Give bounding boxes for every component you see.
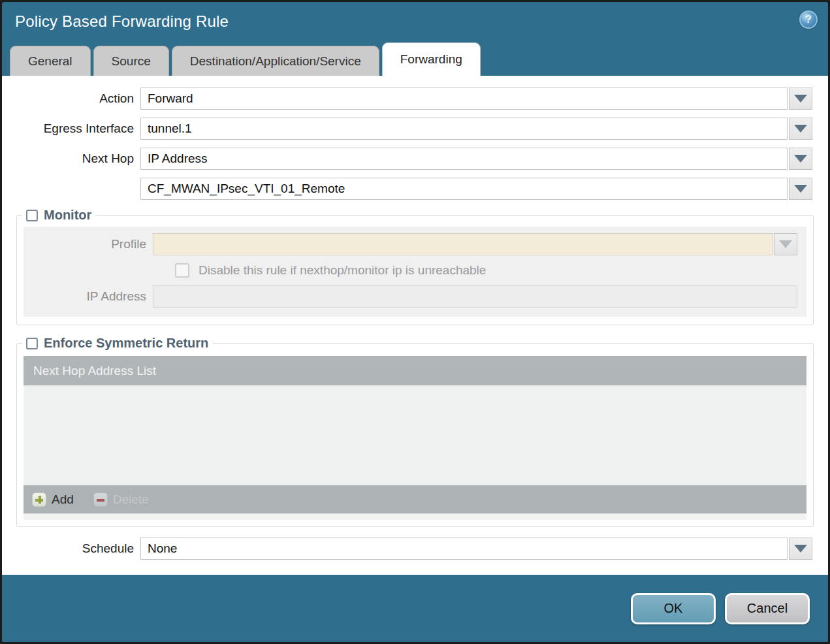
schedule-input[interactable] — [140, 538, 788, 560]
profile-dropdown-button — [774, 233, 797, 255]
action-row: Action — [2, 88, 812, 110]
table-scrollbar[interactable] — [24, 513, 806, 520]
plus-icon — [32, 492, 46, 507]
next-hop-address-dropdown-button[interactable] — [789, 178, 812, 200]
tab-forwarding[interactable]: Forwarding — [382, 42, 481, 76]
tab-bar: General Source Destination/Application/S… — [2, 41, 828, 76]
symmetric-return-legend: Enforce Symmetric Return — [44, 336, 208, 351]
monitor-legend: Monitor — [44, 208, 91, 223]
chevron-down-icon — [794, 155, 807, 163]
monitor-ip-address-row: IP Address — [24, 285, 797, 308]
monitor-ip-address-input — [153, 285, 797, 308]
dialog-footer: OK Cancel — [2, 575, 828, 642]
delete-button: Delete — [93, 492, 149, 507]
table-toolbar: Add Delete — [24, 485, 806, 513]
next-hop-dropdown-button[interactable] — [789, 148, 812, 170]
next-hop-address-input[interactable] — [140, 178, 788, 200]
cancel-button[interactable]: Cancel — [725, 593, 810, 624]
egress-interface-input[interactable] — [140, 118, 788, 140]
enforce-symmetric-return-checkbox[interactable] — [26, 338, 38, 349]
profile-row: Profile — [24, 233, 797, 255]
next-hop-label: Next Hop — [2, 152, 140, 166]
tab-source[interactable]: Source — [93, 46, 169, 76]
monitor-checkbox[interactable] — [26, 210, 38, 221]
chevron-down-icon — [794, 185, 807, 193]
pbf-rule-dialog: Policy Based Forwarding Rule ? General S… — [0, 0, 830, 644]
next-hop-row: Next Hop — [2, 148, 812, 170]
title-bar: Policy Based Forwarding Rule ? — [2, 2, 828, 41]
add-button[interactable]: Add — [32, 492, 74, 507]
ok-button[interactable]: OK — [631, 593, 716, 624]
next-hop-address-list-body — [24, 387, 806, 485]
forwarding-tab-panel: Action Egress Interface Next Hop — [2, 76, 828, 575]
chevron-down-icon — [779, 240, 792, 248]
chevron-down-icon — [794, 95, 807, 103]
disable-rule-label: Disable this rule if nexthop/monitor ip … — [199, 263, 486, 278]
page-title: Policy Based Forwarding Rule — [15, 12, 229, 31]
next-hop-address-list-header: Next Hop Address List — [24, 356, 806, 387]
tab-destination-application-service[interactable]: Destination/Application/Service — [172, 46, 379, 76]
chevron-down-icon — [794, 125, 807, 133]
egress-interface-label: Egress Interface — [2, 121, 140, 136]
chevron-down-icon — [794, 545, 807, 553]
tab-general[interactable]: General — [10, 46, 91, 76]
schedule-label: Schedule — [2, 541, 140, 556]
egress-interface-row: Egress Interface — [2, 118, 812, 140]
egress-interface-dropdown-button[interactable] — [789, 118, 812, 140]
action-label: Action — [2, 91, 140, 106]
disable-rule-row: Disable this rule if nexthop/monitor ip … — [175, 263, 806, 278]
monitor-fieldset: Monitor Profile Disable this rule if nex… — [16, 208, 814, 325]
minus-icon — [93, 492, 108, 507]
profile-input — [153, 233, 773, 255]
next-hop-type-input[interactable] — [140, 148, 788, 170]
help-icon[interactable]: ? — [799, 10, 818, 29]
schedule-dropdown-button[interactable] — [789, 538, 812, 560]
action-input[interactable] — [140, 88, 788, 110]
action-dropdown-button[interactable] — [789, 88, 812, 110]
symmetric-return-fieldset: Enforce Symmetric Return Next Hop Addres… — [16, 336, 814, 527]
schedule-row: Schedule — [2, 538, 812, 560]
next-hop-address-list-table: Next Hop Address List Add Delete — [24, 356, 806, 513]
profile-label: Profile — [24, 237, 153, 251]
next-hop-address-row — [2, 178, 812, 200]
ip-address-label: IP Address — [24, 289, 153, 304]
monitor-panel: Profile Disable this rule if nexthop/mon… — [24, 227, 806, 317]
disable-rule-checkbox — [175, 263, 189, 278]
